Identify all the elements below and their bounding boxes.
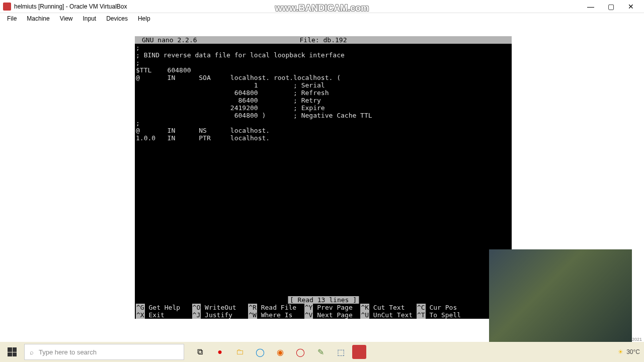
app-icon-1[interactable]: ✎ — [312, 343, 329, 360]
menu-help[interactable]: Help — [133, 14, 155, 23]
menu-input[interactable]: Input — [78, 14, 102, 23]
task-view-icon[interactable]: ⧉ — [191, 343, 208, 360]
app-icon — [3, 3, 11, 11]
search-icon: ⌕ — [30, 348, 34, 356]
weather-icon: ☀ — [618, 348, 623, 355]
close-button[interactable]: ✕ — [621, 1, 641, 13]
terminal[interactable]: GNU nano 2.2.6 File: db.192 ; ; BIND rev… — [135, 36, 512, 319]
nano-uncut: UnCut Text — [373, 311, 413, 319]
nano-filename: File: db.192 — [300, 36, 347, 44]
nano-nextpage: Next Page — [317, 311, 352, 319]
nano-exit: Exit — [148, 311, 164, 319]
opera-icon[interactable]: ◯ — [292, 343, 309, 360]
menu-devices[interactable]: Devices — [101, 14, 133, 23]
nano-curpos: Cur Pos — [429, 304, 457, 311]
nano-whereis: Where Is — [261, 311, 293, 319]
menu-view[interactable]: View — [55, 14, 78, 23]
record-icon[interactable]: ● — [211, 343, 228, 360]
file-explorer-icon[interactable]: 🗀 — [231, 343, 249, 360]
taskbar: ⌕ Type here to search ⧉ ● 🗀 ◯ ◉ ◯ ✎ ⬚ ☀ … — [0, 342, 644, 362]
nano-cut: Cut Text — [373, 304, 405, 311]
bandicam-icon[interactable] — [352, 345, 366, 359]
virtualbox-icon[interactable]: ⬚ — [332, 343, 349, 360]
nano-spell: To Spell — [429, 311, 461, 319]
nano-justify: Justify — [205, 311, 232, 319]
window-titlebar: helmiuts [Running] - Oracle VM VirtualBo… — [0, 0, 644, 13]
search-placeholder: Type here to search — [39, 348, 97, 356]
system-tray[interactable]: ☀ 30°C — [618, 348, 644, 355]
nano-editor-body[interactable]: ; ; BIND reverse data file for local loo… — [136, 44, 512, 142]
window-title: helmiuts [Running] - Oracle VM VirtualBo… — [14, 3, 581, 10]
minimize-button[interactable]: — — [581, 1, 601, 13]
menu-machine[interactable]: Machine — [22, 14, 54, 23]
edge-icon[interactable]: ◯ — [252, 343, 269, 360]
firefox-icon[interactable]: ◉ — [272, 343, 289, 360]
nano-header: GNU nano 2.2.6 File: db.192 — [135, 36, 512, 44]
menu-file[interactable]: File — [2, 14, 22, 23]
nano-shortcuts: ^G Get Help ^O WriteOut ^R Read File ^Y … — [136, 304, 512, 319]
windows-logo-icon — [8, 347, 17, 356]
weather-temp: 30°C — [626, 348, 640, 355]
nano-writeout: WriteOut — [205, 304, 236, 311]
nano-version: GNU nano 2.2.6 — [142, 36, 197, 44]
webcam-overlay — [489, 249, 632, 342]
maximize-button[interactable]: ▢ — [601, 1, 621, 13]
menubar: File Machine View Input Devices Help — [0, 13, 644, 24]
nano-status: [ Read 13 lines ] — [288, 296, 359, 304]
taskbar-apps: ⧉ ● 🗀 ◯ ◉ ◯ ✎ ⬚ — [191, 343, 366, 360]
nano-readfile: Read File — [261, 304, 296, 311]
start-button[interactable] — [0, 342, 24, 362]
nano-prevpage: Prev Page — [317, 304, 352, 311]
taskbar-search[interactable]: ⌕ Type here to search — [24, 344, 184, 360]
nano-help: Get Help — [148, 304, 180, 311]
